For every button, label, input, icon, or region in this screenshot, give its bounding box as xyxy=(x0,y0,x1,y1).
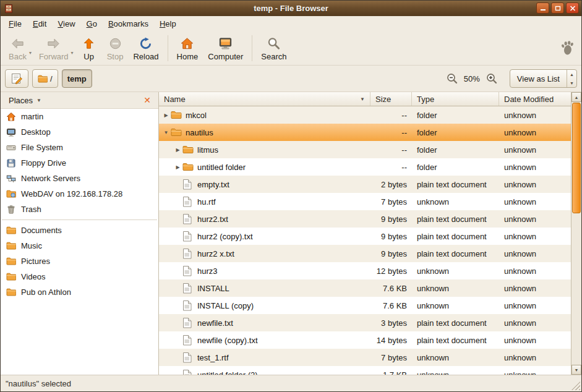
menu-edit[interactable]: Edit xyxy=(27,16,52,32)
sidebar-item-documents[interactable]: Documents xyxy=(1,223,158,238)
forward-history-dropdown[interactable]: ▾ xyxy=(71,41,76,56)
sidebar-item-label: Trash xyxy=(21,205,41,214)
file-row-install-copy[interactable]: INSTALL (copy)7.6 KBunknownunknown xyxy=(159,297,571,314)
column-header-type[interactable]: Type xyxy=(412,92,499,106)
zoom-level-indicator[interactable]: 50% xyxy=(462,74,482,83)
name-cell: ▶litmus xyxy=(159,141,370,158)
file-row-mkcol[interactable]: ▶mkcol--folderunknown xyxy=(159,106,571,124)
zoom-controls: 50% xyxy=(444,70,500,87)
sidebar-item-trash[interactable]: Trash xyxy=(1,202,158,217)
expander-collapsed-icon[interactable]: ▶ xyxy=(161,113,171,118)
scroll-up-button[interactable]: ▲ xyxy=(571,92,581,102)
file-row-install[interactable]: INSTALL7.6 KBunknownunknown xyxy=(159,279,571,297)
folder16-icon xyxy=(6,288,16,296)
titlebar[interactable]: temp - File Browser xyxy=(1,1,581,16)
expander-expanded-icon[interactable]: ▼ xyxy=(161,130,171,135)
back-button[interactable]: Back xyxy=(4,34,32,63)
floppy-icon xyxy=(6,158,16,168)
computer-button[interactable]: Computer xyxy=(203,34,248,63)
file-row-litmus[interactable]: ▶litmus--folderunknown xyxy=(159,141,571,158)
forward-button[interactable]: Forward xyxy=(34,34,74,63)
sidebar-item-desktop[interactable]: Desktop xyxy=(1,124,158,140)
name-cell: ▶mkcol xyxy=(159,106,370,124)
menu-bookmarks[interactable]: Bookmarks xyxy=(103,16,154,32)
file-size: 7.6 KB xyxy=(370,279,412,297)
back-icon xyxy=(11,36,25,51)
file-row-newfile-copy-txt[interactable]: newfile (copy).txt14 bytesplain text doc… xyxy=(159,331,571,349)
file-name: hurz3 xyxy=(197,266,218,276)
zoom-in-button[interactable] xyxy=(484,70,500,87)
scrollbar-thumb[interactable] xyxy=(572,103,581,213)
home-button[interactable]: Home xyxy=(172,34,203,63)
view-as-spinner[interactable]: ▲▼ xyxy=(567,70,576,87)
column-header-size[interactable]: Size xyxy=(370,92,412,106)
sidebar-item-videos[interactable]: Videos xyxy=(1,269,158,284)
toolbar: Back▾Forward▾UpStopReloadHomeComputerSea… xyxy=(1,32,581,66)
file-name: INSTALL xyxy=(197,284,229,293)
file-row-hurz2-copy-txt[interactable]: hurz2 (copy).txt9 bytesplain text docume… xyxy=(159,228,571,245)
sidebar-item-music[interactable]: Music xyxy=(1,238,158,254)
path-root-button[interactable]: / xyxy=(32,69,58,88)
file-icon xyxy=(182,335,195,346)
up-button[interactable]: Up xyxy=(76,34,102,63)
maximize-button[interactable] xyxy=(551,2,564,14)
zoom-out-button[interactable] xyxy=(444,70,460,87)
expander-collapsed-icon[interactable]: ▶ xyxy=(173,164,182,170)
menu-file[interactable]: File xyxy=(3,16,27,32)
file-row-hurz3[interactable]: hurz312 bytesunknownunknown xyxy=(159,262,571,279)
sidebar-item-network-servers[interactable]: Network Servers xyxy=(1,171,158,186)
sidebar-item-webdav-on-192-168-178-28[interactable]: WebDAV on 192.168.178.28 xyxy=(1,186,158,202)
file-row-test-1-rtf[interactable]: test_1.rtf7 bytesunknownunknown xyxy=(159,349,571,366)
folder16-icon xyxy=(6,242,16,250)
file-row-nautilus[interactable]: ▼nautilus--folderunknown xyxy=(159,124,571,141)
file-size: 7 bytes xyxy=(370,349,412,366)
file-row-empty-txt[interactable]: empty.txt2 bytesplain text documentunkno… xyxy=(159,176,571,193)
sidebar-item-pictures[interactable]: Pictures xyxy=(1,254,158,269)
file-icon xyxy=(182,197,195,207)
file-row-hurz2-txt[interactable]: hurz2.txt9 bytesplain text documentunkno… xyxy=(159,210,571,228)
search-button[interactable]: Search xyxy=(256,34,291,63)
view-as-combo[interactable]: View as List ▲▼ xyxy=(510,69,577,88)
column-header-name[interactable]: Name▼ xyxy=(159,92,370,106)
file-row-hurz2-x-txt[interactable]: hurz2 x.txt9 bytesplain text documentunk… xyxy=(159,245,571,262)
file-date-modified: unknown xyxy=(499,228,571,245)
places-selector[interactable]: Places ▼ xyxy=(4,95,46,106)
up-icon xyxy=(82,36,96,51)
back-history-dropdown[interactable]: ▾ xyxy=(29,41,34,56)
sidebar-header: Places ▼ ✕ xyxy=(1,92,158,109)
file-row-untitled-folder-2[interactable]: untitled folder (2)1.7 KBunknownunknown xyxy=(159,366,571,375)
scrollbar-track[interactable] xyxy=(571,102,581,365)
status-bar: "nautilus" selected xyxy=(1,375,581,391)
file-type: plain text document xyxy=(412,176,499,193)
menu-go[interactable]: Go xyxy=(81,16,103,32)
file-row-hu-rtf[interactable]: hu.rtf7 bytesunknownunknown xyxy=(159,193,571,210)
path-current-button[interactable]: temp xyxy=(62,69,92,88)
menu-help[interactable]: Help xyxy=(154,16,182,32)
sidebar-item-label: Videos xyxy=(21,272,46,281)
edit-location-toggle[interactable] xyxy=(5,69,28,88)
column-header-date-modified[interactable]: Date Modified xyxy=(499,92,571,106)
sidebar-item-pub-on-athlon[interactable]: Pub on Athlon xyxy=(1,284,158,300)
reload-button[interactable]: Reload xyxy=(128,34,163,63)
file-date-modified: unknown xyxy=(499,279,571,297)
sidebar-item-file-system[interactable]: File System xyxy=(1,140,158,155)
file-row-newfile-txt[interactable]: newfile.txt3 bytesplain text documentunk… xyxy=(159,314,571,331)
sidebar-item-label: Network Servers xyxy=(21,174,80,183)
folder16-icon xyxy=(6,257,16,265)
menu-view[interactable]: View xyxy=(52,16,80,32)
sidebar-item-martin[interactable]: martin xyxy=(1,109,158,124)
sidebar-item-floppy-drive[interactable]: Floppy Drive xyxy=(1,155,158,171)
file-row-untitled-folder[interactable]: ▶untitled folder--folderunknown xyxy=(159,158,571,176)
file-name: litmus xyxy=(197,145,218,155)
resize-grip[interactable] xyxy=(571,381,580,390)
places-selector-label: Places xyxy=(9,96,33,105)
close-button[interactable] xyxy=(566,2,579,14)
expander-collapsed-icon[interactable]: ▶ xyxy=(173,147,182,153)
file-list-view: Name▼SizeTypeDate Modified ▶mkcol--folde… xyxy=(159,92,571,375)
stop-button[interactable]: Stop xyxy=(102,34,129,63)
sidebar-close-button[interactable]: ✕ xyxy=(140,95,155,106)
scroll-down-button[interactable]: ▼ xyxy=(571,365,581,375)
column-label: Size xyxy=(375,95,391,104)
minimize-button[interactable] xyxy=(536,2,549,14)
folder-icon xyxy=(182,145,195,154)
